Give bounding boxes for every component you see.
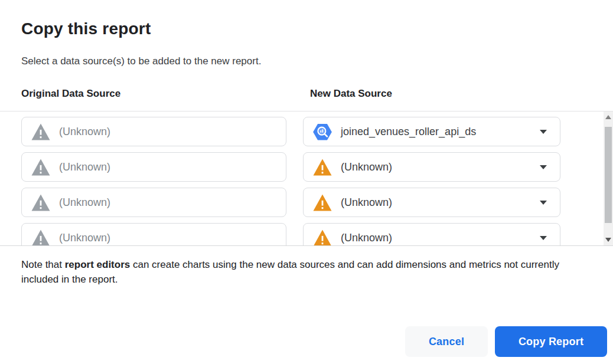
scroll-down-arrow-icon[interactable] — [605, 238, 611, 242]
dialog-title: Copy this report — [21, 19, 151, 39]
new-data-source-dropdown[interactable]: (Unknown) — [303, 223, 560, 246]
warning-orange-icon — [312, 192, 333, 212]
chevron-down-icon — [540, 201, 547, 205]
vertical-scrollbar[interactable] — [604, 112, 613, 245]
new-data-source-label: (Unknown) — [341, 196, 392, 209]
data-source-row: (Unknown) joined_venues_roller_api_ds — [0, 117, 613, 146]
scrollbar-thumb[interactable] — [605, 127, 612, 223]
warning-orange-icon — [312, 228, 333, 246]
chevron-down-icon — [540, 165, 547, 169]
original-data-source-field: (Unknown) — [21, 152, 286, 182]
editor-note: Note that report editors can create char… — [21, 258, 597, 287]
original-data-source-field: (Unknown) — [21, 188, 286, 217]
original-data-source-label: (Unknown) — [59, 232, 110, 244]
warning-gray-icon — [30, 157, 51, 177]
original-data-source-label: (Unknown) — [59, 126, 110, 138]
data-source-list: (Unknown) joined_venues_roller_api_ds (U… — [0, 111, 613, 246]
new-data-source-label: (Unknown) — [341, 232, 392, 244]
new-data-source-dropdown[interactable]: (Unknown) — [303, 188, 560, 217]
new-data-source-dropdown[interactable]: joined_venues_roller_api_ds — [303, 117, 560, 146]
new-data-source-label: joined_venues_roller_api_ds — [341, 126, 476, 138]
chevron-down-icon — [540, 236, 547, 240]
data-source-row: (Unknown) (Unknown) — [0, 223, 613, 246]
original-data-source-label: (Unknown) — [59, 196, 110, 209]
dialog-subtitle: Select a data source(s) to be added to t… — [21, 55, 261, 67]
data-source-row: (Unknown) (Unknown) — [0, 188, 613, 217]
data-source-row: (Unknown) (Unknown) — [0, 152, 613, 182]
column-header-new: New Data Source — [310, 88, 392, 100]
copy-report-button[interactable]: Copy Report — [495, 326, 607, 357]
column-header-original: Original Data Source — [21, 88, 120, 100]
warning-gray-icon — [30, 192, 51, 212]
new-data-source-label: (Unknown) — [341, 161, 392, 173]
original-data-source-label: (Unknown) — [59, 161, 110, 173]
copy-report-dialog: Copy this report Select a data source(s)… — [0, 0, 613, 364]
scroll-up-arrow-icon[interactable] — [605, 115, 611, 119]
original-data-source-field: (Unknown) — [21, 117, 286, 146]
chevron-down-icon — [540, 130, 547, 134]
warning-gray-icon — [30, 228, 51, 246]
warning-gray-icon — [30, 122, 51, 142]
cancel-button[interactable]: Cancel — [405, 326, 488, 357]
note-text: Note that — [21, 259, 65, 270]
new-data-source-dropdown[interactable]: (Unknown) — [303, 152, 560, 182]
bigquery-icon — [312, 122, 333, 142]
original-data-source-field: (Unknown) — [21, 223, 286, 246]
warning-orange-icon — [312, 157, 333, 177]
note-bold-text: report editors — [65, 259, 131, 270]
